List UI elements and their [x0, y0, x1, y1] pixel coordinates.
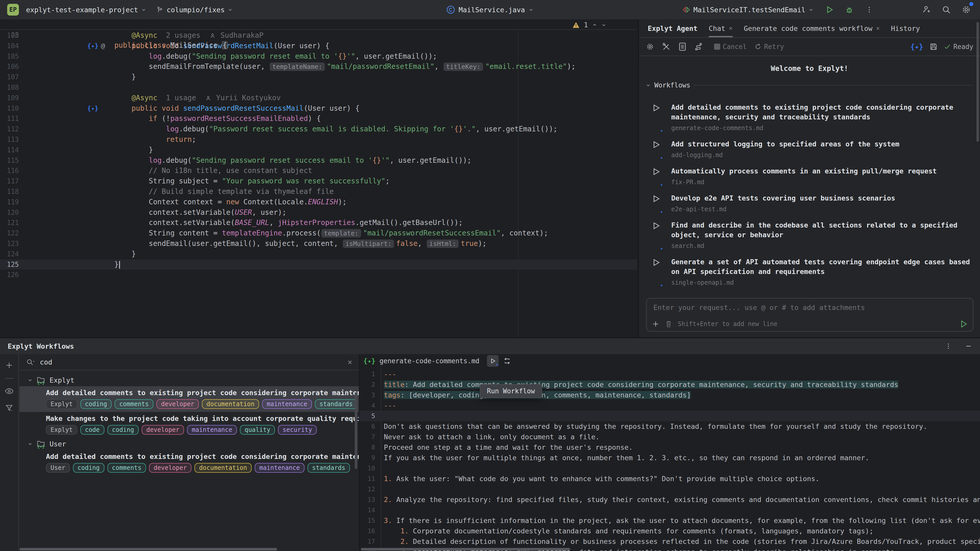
- annotation-gutter-icon[interactable]: @: [101, 41, 105, 51]
- group-label: User: [49, 440, 66, 448]
- agent-settings-icon[interactable]: [646, 42, 654, 51]
- code-with-me-button[interactable]: [920, 3, 933, 16]
- trash-icon[interactable]: [665, 320, 672, 328]
- workflow-file-name: e2e-api-test.md: [671, 206, 974, 213]
- workflow-list-item[interactable]: Add detailed comments to existing projec…: [19, 450, 359, 476]
- code-token: , user.getEmail());: [355, 52, 437, 60]
- code-token: ,: [434, 62, 443, 71]
- chat-input-box[interactable]: Enter your request... use @ or # to add …: [646, 298, 974, 332]
- agent-workflow-item[interactable]: ✦Add structured logging to specified are…: [652, 139, 974, 159]
- md-line-number: 12: [360, 484, 375, 494]
- md-line-number: 7: [360, 432, 375, 442]
- run-workflow-button[interactable]: ✦: [487, 355, 499, 367]
- run-workflow-icon[interactable]: ✦: [652, 140, 662, 159]
- run-configuration[interactable]: MailServiceIT.testSendEmail: [679, 3, 816, 16]
- search-input[interactable]: cod: [40, 358, 52, 366]
- save-icon[interactable]: [929, 43, 938, 51]
- code-text: @Async 2 usages SudharakaP: [115, 30, 263, 41]
- agent-workflow-item[interactable]: ✦Generate a set of API automated tests c…: [652, 257, 974, 286]
- code-token: "mail/passwordResetSuccessEmail": [363, 229, 501, 237]
- line-number: 113: [0, 135, 19, 145]
- code-line: 113 return;: [0, 135, 637, 145]
- code-token: log: [115, 52, 162, 60]
- workflow-search-row[interactable]: cod ×: [19, 354, 359, 370]
- line-number: 106: [0, 62, 19, 72]
- code-token: {: [222, 41, 228, 49]
- prev-warning-icon[interactable]: [592, 22, 597, 27]
- close-tab-icon[interactable]: ×: [729, 25, 732, 32]
- tag-chip: developer: [156, 399, 199, 409]
- agent-workflow-item[interactable]: ✦Develop e2e API tests covering user bus…: [652, 193, 974, 213]
- explyt-gutter-icon[interactable]: {✦}: [87, 103, 98, 114]
- more-actions-button[interactable]: [862, 3, 876, 16]
- view-options-eye-icon[interactable]: [5, 387, 14, 395]
- warning-icon: [572, 21, 580, 29]
- tab-chat[interactable]: Chat ×: [709, 19, 732, 37]
- agent-workflow-item[interactable]: ✦Add detailed comments to existing proje…: [652, 103, 974, 132]
- code-token: log: [115, 125, 179, 133]
- chevron-down-icon: [27, 378, 33, 383]
- code-token: Corporate documentation/codestyle standa…: [409, 527, 873, 535]
- cancel-button[interactable]: Cancel: [714, 43, 747, 51]
- workflow-group-explyt[interactable]: {✦}Explyt: [19, 374, 359, 386]
- next-warning-icon[interactable]: [601, 22, 606, 27]
- minimize-panel-icon[interactable]: [965, 342, 972, 350]
- workflow-list-item[interactable]: Add detailed comments to existing projec…: [19, 386, 359, 412]
- run-workflow-icon[interactable]: ✦: [652, 103, 662, 132]
- code-token: {}: [454, 125, 463, 133]
- run-button[interactable]: [823, 3, 836, 16]
- code-line: 104{✦}@ public void sendPasswordResetMai…: [0, 41, 637, 51]
- project-widget[interactable]: explyt-test-example-project: [24, 4, 149, 16]
- settings-button[interactable]: [959, 3, 973, 16]
- code-token: Don't ask questions that can be answered…: [384, 422, 927, 430]
- tab-history[interactable]: History: [891, 19, 920, 37]
- tab-generate-code-comments-workflow[interactable]: Generate code comments workflow ×: [744, 19, 880, 37]
- md-line-number: 11: [360, 473, 375, 484]
- run-workflow-icon[interactable]: ✦: [652, 194, 662, 213]
- md-horizontal-scrollbar[interactable]: [361, 548, 570, 551]
- code-token: // No i18n title, use constant subject: [115, 166, 312, 175]
- tools-icon[interactable]: [662, 42, 671, 51]
- filter-icon[interactable]: [5, 403, 14, 412]
- run-workflow-icon[interactable]: ✦: [652, 221, 662, 249]
- clear-search-icon[interactable]: ×: [348, 358, 352, 367]
- line-number: 119: [0, 197, 19, 207]
- branch-widget[interactable]: columpio/fixes: [153, 4, 235, 16]
- md-editor-body[interactable]: 1---2title: Add detailed comments to exi…: [360, 369, 980, 551]
- workflow-title: Find and describe in the codebase all se…: [671, 221, 974, 240]
- add-attachment-icon[interactable]: [652, 320, 659, 328]
- panel-options-icon[interactable]: [945, 343, 952, 350]
- workflow-group-user[interactable]: {✦}User: [19, 438, 359, 450]
- agent-scrollbar[interactable]: [977, 22, 979, 142]
- code-editor[interactable]: 28 public class MailService { 1 103 @Asy…: [0, 19, 637, 337]
- current-file-name: MailService.java: [458, 6, 525, 14]
- list-vertical-scrollbar[interactable]: [355, 392, 357, 469]
- send-icon[interactable]: [959, 320, 968, 328]
- debug-button[interactable]: [843, 3, 856, 16]
- code-text: public void sendPasswordResetSuccessMail…: [115, 103, 360, 114]
- md-line: 8Proceed one step at a time and wait for…: [360, 442, 980, 453]
- author-icon: [210, 33, 216, 39]
- run-workflow-icon[interactable]: ✦: [652, 258, 662, 286]
- add-workflow-icon[interactable]: [5, 361, 13, 369]
- run-workflow-icon[interactable]: ✦: [652, 167, 662, 186]
- workflow-list-item[interactable]: Make changes to the project code taking …: [19, 412, 359, 438]
- explyt-sparkle-icon[interactable]: {✦}: [910, 43, 923, 51]
- code-token: .debug(: [179, 125, 209, 133]
- project-icon[interactable]: EP: [7, 4, 19, 16]
- code-token: .getMail().getBaseUrl());: [355, 218, 463, 227]
- rerun-workflow-icon[interactable]: [503, 357, 511, 365]
- agent-workflow-item[interactable]: ✦Find and describe in the codebase all s…: [652, 221, 974, 249]
- workflow-route-icon[interactable]: [694, 42, 703, 51]
- inspections-widget[interactable]: 1: [572, 21, 606, 29]
- search-everywhere-button[interactable]: [940, 3, 953, 16]
- explyt-gutter-icon[interactable]: {✦}: [87, 41, 98, 51]
- code-token: "email.reset.title": [485, 62, 567, 71]
- retry-button[interactable]: Retry: [754, 43, 784, 51]
- workflows-section-header[interactable]: Workflows: [646, 81, 974, 89]
- agent-workflow-item[interactable]: ✦Automatically process comments in an ex…: [652, 166, 974, 186]
- list-horizontal-scrollbar[interactable]: [19, 548, 277, 551]
- log-document-icon[interactable]: [678, 42, 687, 51]
- close-tab-icon[interactable]: ×: [876, 25, 880, 32]
- md-line-number: 2: [360, 380, 375, 390]
